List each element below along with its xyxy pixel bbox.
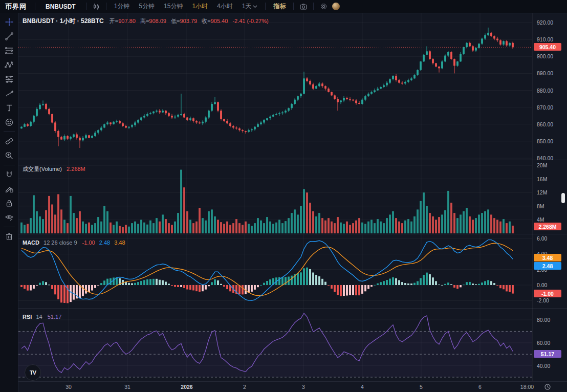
emoji-tool-icon[interactable] (2, 115, 17, 129)
drawing-mode-tool-icon[interactable] (2, 182, 17, 196)
toolbar-divider (4, 227, 15, 227)
tradingview-logo[interactable]: TV (25, 364, 41, 381)
macd-signal-badge: 3.48 (534, 254, 561, 262)
rsi-axis-tick: 60.00 (537, 340, 550, 346)
volume-legend: 成交量(Volume) 2.268M (23, 165, 85, 173)
panel-separator[interactable] (18, 160, 567, 160)
compare-symbol-icon[interactable] (90, 0, 103, 13)
indicators-button[interactable]: 指标 (269, 0, 290, 13)
macd-params: 12 26 close 9 (43, 239, 77, 246)
volume-value: 2.268M (67, 166, 85, 172)
price-axis-tick: 890.00 (537, 70, 553, 76)
fib-retracement-tool-icon[interactable] (2, 43, 17, 58)
price-axis-tick: 900.00 (537, 53, 553, 59)
time-axis-label: 4 (351, 384, 374, 390)
volume-axis-tick: 16M (537, 176, 547, 182)
divider (86, 3, 86, 10)
volume-badge: 2.268M (534, 223, 561, 230)
panel-separator[interactable] (18, 234, 567, 234)
divider (106, 3, 106, 10)
zoom-in-tool-icon[interactable] (2, 148, 17, 163)
open-label: 开= (110, 18, 118, 24)
chart-canvas[interactable] (0, 0, 567, 392)
price-axis-tick: 860.00 (537, 121, 553, 127)
macd-axis-tick: 6.00 (537, 235, 547, 242)
rsi-legend: RSI 14 51.17 (23, 314, 61, 320)
macd-axis-tick: -2.00 (537, 297, 549, 303)
delete-drawings-tool-icon[interactable] (2, 229, 17, 244)
magnet-tool-icon[interactable] (2, 167, 17, 182)
volume-axis-tick: 8M (537, 203, 544, 209)
macd-line-badge: 2.48 (534, 262, 561, 270)
forecast-tool-icon[interactable] (2, 72, 17, 86)
hide-drawings-tool-icon[interactable] (2, 210, 17, 225)
panel-separator[interactable] (18, 308, 567, 309)
timeframe-1h-active[interactable]: 1小时 (187, 0, 212, 13)
rsi-name: RSI (23, 314, 32, 320)
symbol-title: BNB/USDT · 1小时 · 528BTC (23, 17, 104, 25)
chevron-down-icon (253, 5, 257, 8)
close-label: 收= (202, 18, 210, 24)
tradingview-logo-text: TV (30, 369, 36, 376)
volume-axis-tick: 12M (537, 189, 547, 195)
price-axis-tick: 840.00 (537, 155, 553, 161)
ruler-tool-icon[interactable] (2, 134, 17, 148)
timeframe-5m[interactable]: 5分钟 (134, 0, 159, 13)
site-logo[interactable]: 币界网 (0, 2, 32, 11)
high-value: 908.09 (149, 18, 166, 24)
divider (35, 3, 35, 10)
timeframe-4h[interactable]: 4小时 (212, 0, 237, 13)
time-axis-label: 2 (233, 384, 256, 390)
xabcd-pattern-tool-icon[interactable] (2, 58, 17, 72)
rsi-axis-tick: 80.00 (537, 317, 550, 323)
price-axis-tick: 910.00 (537, 36, 553, 42)
user-avatar[interactable] (332, 3, 340, 10)
divider (265, 3, 266, 10)
main-chart-legend: BNB/USDT · 1小时 · 528BTC 开=907.80 高=908.0… (23, 17, 269, 26)
high-label: 高= (140, 18, 149, 24)
macd-legend: MACD 12 26 close 9 -1.00 2.48 3.48 (23, 239, 125, 246)
timeframe-1m[interactable]: 1分钟 (110, 0, 135, 13)
timeframe-1d-dropdown[interactable]: 1天 (237, 0, 263, 13)
macd-hist-value: -1.00 (82, 239, 95, 246)
toolbar-divider (4, 165, 15, 165)
trading-app: 币界网 BNBUSDT 1分钟 5分钟 15分钟 1小时 4小时 1天 指标 (0, 0, 567, 392)
rsi-axis-tick: 40.00 (537, 363, 550, 369)
divider (293, 3, 294, 10)
last-price-badge: 905.40 (534, 43, 561, 51)
price-axis-tick: 920.00 (537, 19, 553, 26)
crosshair-tool-icon[interactable] (2, 15, 17, 29)
time-settings-icon[interactable] (544, 383, 551, 392)
rsi-param: 14 (36, 314, 42, 320)
timeframe-1d-label: 1天 (242, 2, 252, 11)
time-axis-label: 5 (410, 384, 432, 390)
pane-resize-handle[interactable] (561, 193, 565, 203)
settings-gear-icon[interactable] (317, 0, 330, 13)
time-axis-label: 18:00 (516, 384, 538, 390)
time-axis-label: 6 (469, 384, 491, 390)
brush-tool-icon[interactable] (2, 86, 17, 101)
text-tool-icon[interactable] (2, 101, 17, 115)
toolbar-divider (4, 132, 15, 132)
top-toolbar: 币界网 BNBUSDT 1分钟 5分钟 15分钟 1小时 4小时 1天 指标 (0, 0, 567, 13)
rsi-badge: 51.17 (534, 350, 561, 358)
time-axis-label: 3 (292, 384, 315, 390)
lock-drawings-tool-icon[interactable] (2, 196, 17, 210)
volume-axis-tick: 4M (537, 216, 544, 223)
change-value: -2.41 (-0.27%) (232, 18, 268, 24)
timeframe-15m[interactable]: 15分钟 (159, 0, 187, 13)
drawing-toolbar (0, 13, 18, 392)
rsi-value: 51.17 (48, 314, 62, 320)
time-axis[interactable]: 303120262345618:00 (18, 381, 567, 392)
camera-icon[interactable] (297, 0, 310, 13)
volume-label: 成交量(Volume) (23, 166, 62, 172)
trend-line-tool-icon[interactable] (2, 29, 17, 43)
time-axis-label: 31 (116, 384, 139, 390)
symbol-tab[interactable]: BNBUSDT (38, 3, 83, 10)
price-axis-tick: 870.00 (537, 104, 553, 111)
low-value: 903.79 (180, 18, 198, 24)
macd-name: MACD (23, 239, 39, 246)
macd-line-value: 2.48 (99, 239, 110, 246)
divider (313, 3, 314, 10)
macd-axis-tick: 0.00 (537, 282, 547, 288)
